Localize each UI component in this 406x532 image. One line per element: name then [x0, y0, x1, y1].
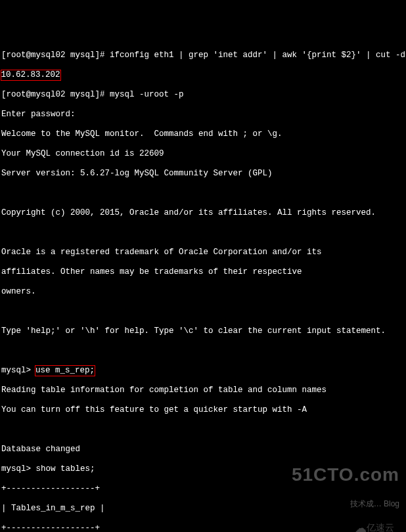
- welcome-msg: Welcome to the MySQL monitor. Commands e…: [1, 129, 405, 139]
- server-version: Server version: 5.6.27-log MySQL Communi…: [1, 169, 405, 179]
- mysql-prompt: mysql>: [1, 366, 36, 375]
- ip-address-highlight: 10.62.83.202: [1, 70, 61, 81]
- watermark-51cto: 51CTO.com 技术成… Blog: [292, 450, 399, 519]
- watermark-main: 51CTO.com: [292, 470, 399, 479]
- enter-password: Enter password:: [1, 110, 405, 120]
- turnoff-msg: You can turn off this feature to get a q…: [1, 405, 405, 415]
- cmd-mysql-login: mysql -uroot -p: [110, 90, 184, 99]
- trademark: Oracle is a registered trademark of Orac…: [1, 248, 405, 257]
- table-sep: +------------------+: [1, 523, 405, 532]
- cloud-icon: ☁: [355, 523, 367, 532]
- cmd-ifconfig: ifconfig eth1 | grep 'inet addr' | awk '…: [110, 51, 406, 60]
- trademark: owners.: [1, 287, 405, 297]
- trademark: affiliates. Other names may be trademark…: [1, 267, 405, 277]
- connection-id: Your MySQL connection id is 22609: [1, 149, 405, 159]
- mysql-prompt: mysql>: [1, 464, 36, 474]
- shell-prompt: [root@mysql02 mysql]#: [1, 51, 110, 60]
- shell-prompt: [root@mysql02 mysql]#: [1, 90, 110, 99]
- cmd-use-db-highlight: use m_s_rep;: [35, 365, 95, 376]
- copyright: Copyright (c) 2000, 2015, Oracle and/or …: [1, 208, 405, 218]
- watermark-yisu: ☁亿速云: [350, 513, 394, 532]
- reading-msg: Reading table information for completion…: [1, 386, 405, 395]
- watermark-sub: 技术成… Blog: [292, 499, 399, 509]
- help-line: Type 'help;' or '\h' for help. Type '\c'…: [1, 326, 405, 336]
- cmd-show-tables: show tables;: [36, 464, 95, 474]
